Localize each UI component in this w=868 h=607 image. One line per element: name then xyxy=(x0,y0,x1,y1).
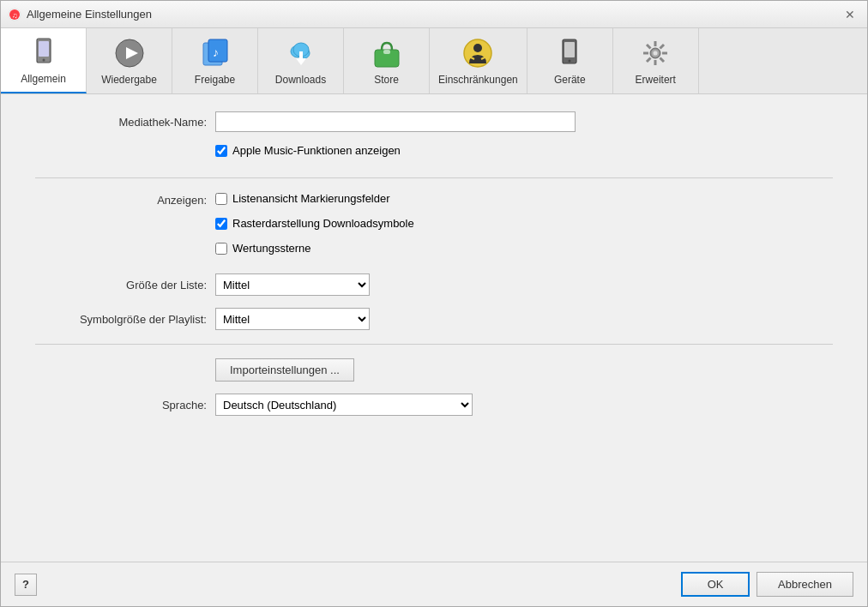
restrict-icon xyxy=(461,36,495,70)
footer-buttons: OK Abbrechen xyxy=(681,572,853,597)
apple-music-row: Apple Music-Funktionen anzeigen xyxy=(215,144,833,164)
rasterdarstellung-checkbox[interactable] xyxy=(215,218,227,230)
tab-erweitert[interactable]: Erweitert xyxy=(613,28,699,93)
cancel-button[interactable]: Abbrechen xyxy=(756,572,853,597)
tab-store[interactable]: Store xyxy=(344,28,430,93)
mediathek-row: Mediathek-Name: xyxy=(35,111,833,132)
content-area: Mediathek-Name: Apple Music-Funktionen a… xyxy=(1,94,867,562)
tab-erweitert-label: Erweitert xyxy=(636,74,676,86)
svg-rect-23 xyxy=(564,42,575,57)
svg-point-5 xyxy=(42,59,45,62)
tab-freigabe[interactable]: ♪ Freigabe xyxy=(172,28,258,93)
svg-point-35 xyxy=(654,51,658,56)
tab-downloads-label: Downloads xyxy=(275,74,326,86)
anzeigen-checkboxes: Listenansicht Markierungsfelder Rasterda… xyxy=(215,192,414,261)
svg-point-24 xyxy=(569,60,571,63)
device-icon xyxy=(552,36,587,70)
apple-music-checkbox[interactable] xyxy=(215,145,227,157)
svg-line-32 xyxy=(660,45,665,49)
symbolgroesse-select[interactable]: Klein Mittel Groß xyxy=(215,308,370,330)
dialog-title: Allgemeine Einstellungen xyxy=(27,8,152,21)
tab-geraete[interactable]: Geräte xyxy=(527,28,613,93)
svg-rect-17 xyxy=(383,50,390,54)
apple-music-label: Apple Music-Funktionen anzeigen xyxy=(232,144,401,157)
toolbar: Allgemein Wiedergabe ♪ xyxy=(1,28,867,94)
title-bar-left: ♫ Allgemeine Einstellungen xyxy=(8,8,152,21)
apple-music-checkbox-row: Apple Music-Funktionen anzeigen xyxy=(215,144,401,157)
svg-point-19 xyxy=(473,44,482,52)
checkbox-row-wertungssterne: Wertungssterne xyxy=(215,242,414,255)
download-icon xyxy=(284,36,318,70)
svg-line-30 xyxy=(647,45,651,49)
svg-marker-15 xyxy=(296,58,306,65)
import-row: Importeinstellungen ... xyxy=(215,358,833,382)
ok-button[interactable]: OK xyxy=(681,572,750,597)
tab-wiedergabe[interactable]: Wiedergabe xyxy=(87,28,172,93)
wertungssterne-label: Wertungssterne xyxy=(232,242,311,255)
phone-icon xyxy=(27,35,61,69)
checkbox-row-rasterdarstellung: Rasterdarstellung Downloadsymbole xyxy=(215,217,414,230)
store-icon xyxy=(370,36,404,70)
listenansicht-checkbox[interactable] xyxy=(215,193,227,205)
tab-allgemein-label: Allgemein xyxy=(21,73,66,85)
close-button[interactable]: ✕ xyxy=(840,4,860,25)
groesse-select[interactable]: Klein Mittel Groß xyxy=(215,273,370,296)
separator-1 xyxy=(35,177,833,178)
svg-text:♫: ♫ xyxy=(12,10,18,19)
svg-rect-4 xyxy=(39,41,49,57)
import-button[interactable]: Importeinstellungen ... xyxy=(215,358,354,382)
symbolgroesse-label: Symbolgröße der Playlist: xyxy=(35,313,207,326)
tab-store-label: Store xyxy=(374,74,399,86)
help-button[interactable]: ? xyxy=(15,574,37,596)
sprache-row: Sprache: Deutsch (Deutschland) English (… xyxy=(35,394,833,416)
gear-icon xyxy=(638,36,672,70)
tab-einschraenkungen-label: Einschränkungen xyxy=(438,74,518,86)
svg-text:♪: ♪ xyxy=(213,45,219,59)
footer: ? OK Abbrechen xyxy=(1,562,867,606)
groesse-label: Größe der Liste: xyxy=(35,279,207,291)
anzeigen-block: Anzeigen: Listenansicht Markierungsfelde… xyxy=(35,192,833,261)
separator-2 xyxy=(35,344,833,345)
mediathek-label: Mediathek-Name: xyxy=(35,116,207,129)
share-icon: ♪ xyxy=(198,36,232,70)
listenansicht-label: Listenansicht Markierungsfelder xyxy=(232,192,390,205)
tab-freigabe-label: Freigabe xyxy=(195,74,235,86)
tab-geraete-label: Geräte xyxy=(554,74,586,86)
tab-downloads[interactable]: Downloads xyxy=(258,28,344,93)
wertungssterne-checkbox[interactable] xyxy=(215,243,227,255)
tab-einschraenkungen[interactable]: Einschränkungen xyxy=(430,28,527,93)
mediathek-input[interactable] xyxy=(215,111,576,132)
checkbox-row-listenansicht: Listenansicht Markierungsfelder xyxy=(215,192,414,205)
symbolgroesse-row: Symbolgröße der Playlist: Klein Mittel G… xyxy=(35,308,833,330)
rasterdarstellung-label: Rasterdarstellung Downloadsymbole xyxy=(232,217,414,230)
tab-allgemein[interactable]: Allgemein xyxy=(1,28,87,93)
play-icon xyxy=(112,36,147,70)
svg-line-33 xyxy=(647,58,651,63)
groesse-row: Größe der Liste: Klein Mittel Groß xyxy=(35,273,833,296)
svg-line-31 xyxy=(660,58,665,63)
sprache-select[interactable]: Deutsch (Deutschland) English (US) Franç… xyxy=(215,394,473,416)
dialog-window: ♫ Allgemeine Einstellungen ✕ Allgemein xyxy=(0,0,868,607)
sprache-label: Sprache: xyxy=(35,399,207,412)
tab-wiedergabe-label: Wiedergabe xyxy=(101,74,157,86)
itunes-icon: ♫ xyxy=(8,8,21,21)
title-bar: ♫ Allgemeine Einstellungen ✕ xyxy=(1,1,867,28)
anzeigen-label: Anzeigen: xyxy=(35,192,207,207)
